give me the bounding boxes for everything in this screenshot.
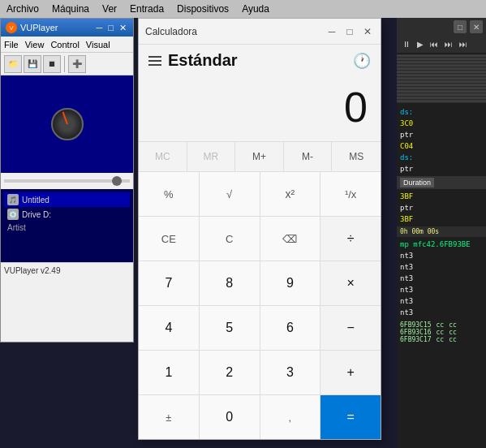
vuplayer-title: VUPlayer	[20, 23, 58, 32]
history-icon[interactable]: 🕐	[353, 52, 371, 70]
calc-close-btn[interactable]: ✕	[361, 25, 374, 38]
hex-type-1: cc	[449, 321, 457, 329]
hex-code-1: cc	[437, 321, 445, 329]
menu-archivo[interactable]: Archivo	[6, 3, 39, 15]
calc-ms-btn[interactable]: MS	[332, 142, 381, 171]
hex-type-3: cc	[449, 336, 457, 343]
calc-minimize-btn[interactable]: ─	[325, 25, 338, 38]
code-line-2: 3C0	[400, 118, 483, 129]
toolbar-add-btn[interactable]: ➕	[68, 55, 86, 73]
vuplayer-minimize-btn[interactable]: ─	[95, 23, 105, 33]
code-line-6: ptr	[400, 163, 483, 174]
code-line-5: ds:	[400, 152, 483, 163]
vuplayer-close-btn[interactable]: ✕	[118, 23, 128, 33]
vuplayer-visualizer	[1, 75, 133, 173]
calc-mc-btn[interactable]: MC	[139, 142, 187, 171]
vuplayer-maximize-btn[interactable]: □	[106, 23, 115, 33]
menu-dispositivos[interactable]: Dispositivos	[177, 3, 229, 15]
hamburger-menu-icon[interactable]	[148, 56, 161, 66]
calc-6-btn[interactable]: 6	[260, 306, 320, 350]
calc-7-btn[interactable]: 7	[139, 261, 199, 305]
hex-type-2: cc	[449, 329, 457, 336]
media-end-btn[interactable]: ⏭	[457, 39, 470, 50]
media-pause-btn[interactable]: ⏸	[400, 39, 413, 50]
menu-entrada[interactable]: Entrada	[130, 3, 164, 15]
menu-ayuda[interactable]: Ayuda	[242, 3, 269, 15]
vuplayer-menu-file[interactable]: File	[4, 40, 19, 50]
media-prev-btn[interactable]: ⏮	[428, 39, 441, 50]
hex-addr-3: 6FB93C17	[400, 336, 432, 343]
desktop: Archivo Máquina Ver Entrada Dispositivos…	[0, 0, 486, 448]
toolbar-save-btn[interactable]: 💾	[24, 55, 41, 73]
vuplayer-window: V VUPlayer ─ □ ✕ File View Control Visua…	[0, 18, 134, 342]
hex-rows: 6FB93C15 cc cc 6FB93C16 cc cc 6FB93C17 c…	[397, 320, 486, 345]
menu-maquina[interactable]: Máquina	[52, 3, 89, 15]
calc-header: Estándar 🕐	[139, 45, 381, 76]
calc-ce-btn[interactable]: CE	[139, 217, 199, 261]
panel-restore-btn[interactable]: □	[454, 20, 467, 33]
calc-equals-btn[interactable]: =	[320, 395, 381, 439]
duration-bar: Duration	[397, 176, 486, 189]
calc-multiply-btn[interactable]: ×	[320, 261, 381, 305]
seek-thumb[interactable]	[112, 176, 122, 186]
toolbar-stop-btn[interactable]: ⏹	[43, 55, 61, 73]
toolbar-open-btn[interactable]: 📁	[4, 55, 22, 73]
drive-icon: 💿	[7, 209, 19, 220]
calc-square-btn[interactable]: x²	[260, 172, 320, 216]
seek-track[interactable]	[4, 179, 130, 183]
calc-5-btn[interactable]: 5	[200, 306, 260, 350]
calc-sqrt-btn[interactable]: √	[200, 172, 260, 216]
calc-backspace-btn[interactable]: ⌫	[260, 217, 320, 261]
vuplayer-status-bar: VUPlayer v2.49	[1, 262, 133, 278]
file-icon: 🎵	[7, 194, 19, 205]
code-view-lower: 3BF ptr 3BF	[397, 189, 486, 226]
calc-add-btn[interactable]: +	[320, 351, 381, 394]
calc-0-btn[interactable]: 0	[200, 395, 260, 439]
calc-mminus-btn[interactable]: M-	[284, 142, 333, 171]
calc-mplus-btn[interactable]: M+	[235, 142, 284, 171]
vuplayer-titlebar: V VUPlayer ─ □ ✕	[1, 19, 133, 37]
calc-reciprocal-btn[interactable]: ¹/x	[320, 172, 381, 216]
calc-2-btn[interactable]: 2	[200, 351, 260, 394]
vuplayer-menubar: File View Control Visual	[1, 37, 133, 53]
calc-9-btn[interactable]: 9	[260, 261, 320, 305]
calc-display: 0	[139, 76, 381, 141]
playlist-item-untitled[interactable]: 🎵 Untitled	[4, 192, 130, 207]
vuplayer-seek-bar[interactable]	[1, 173, 133, 189]
panel-close-btn[interactable]: ✕	[470, 20, 483, 33]
calc-mr-btn[interactable]: MR	[187, 142, 236, 171]
calc-comma-btn[interactable]: ,	[260, 395, 320, 439]
playlist-item-drive[interactable]: 💿 Drive D:	[4, 207, 130, 222]
code-lower-3: 3BF	[400, 213, 483, 225]
calc-c-btn[interactable]: C	[200, 217, 260, 261]
vuplayer-menu-control[interactable]: Control	[50, 40, 79, 50]
right-panel-controls: □ ✕	[454, 20, 483, 33]
calc-8-btn[interactable]: 8	[200, 261, 260, 305]
calc-1-btn[interactable]: 1	[139, 351, 199, 394]
calc-negate-btn[interactable]: ±	[139, 395, 199, 439]
vuplayer-menu-visual[interactable]: Visual	[86, 40, 110, 50]
calc-4-btn[interactable]: 4	[139, 306, 199, 350]
calc-subtract-btn[interactable]: −	[320, 306, 381, 350]
playlist-area: 🎵 Untitled 💿 Drive D: Artist	[1, 189, 133, 262]
code-nt3-1: nt3	[400, 250, 483, 261]
code-line-3: ptr	[400, 129, 483, 140]
duration-label: Duration	[400, 178, 434, 187]
code-line-4: C04	[400, 140, 483, 152]
media-next-btn[interactable]: ⏭	[442, 39, 455, 50]
right-code-panel: □ ✕ ⏸ ▶ ⏮ ⏭ ⏭ ds: 3C0 ptr C04 ds: ptr Du…	[397, 18, 486, 448]
hex-display	[397, 54, 486, 103]
system-menu-bar: Archivo Máquina Ver Entrada Dispositivos…	[0, 0, 486, 18]
calc-percent-btn[interactable]: %	[139, 172, 199, 216]
calc-3-btn[interactable]: 3	[260, 351, 320, 394]
vuplayer-menu-view[interactable]: View	[25, 40, 45, 50]
calc-maximize-btn[interactable]: □	[343, 25, 356, 38]
hamburger-line-3	[148, 64, 161, 66]
playlist-item-name: Untitled	[22, 196, 49, 205]
menu-ver[interactable]: Ver	[102, 3, 117, 15]
vuplayer-version: VUPlayer v2.49	[4, 266, 60, 275]
media-play-btn[interactable]: ▶	[415, 39, 426, 50]
calc-divide-btn[interactable]: ÷	[320, 217, 381, 261]
hex-visualization	[397, 54, 486, 103]
media-controls-bar: ⏸ ▶ ⏮ ⏭ ⏭	[397, 36, 486, 53]
